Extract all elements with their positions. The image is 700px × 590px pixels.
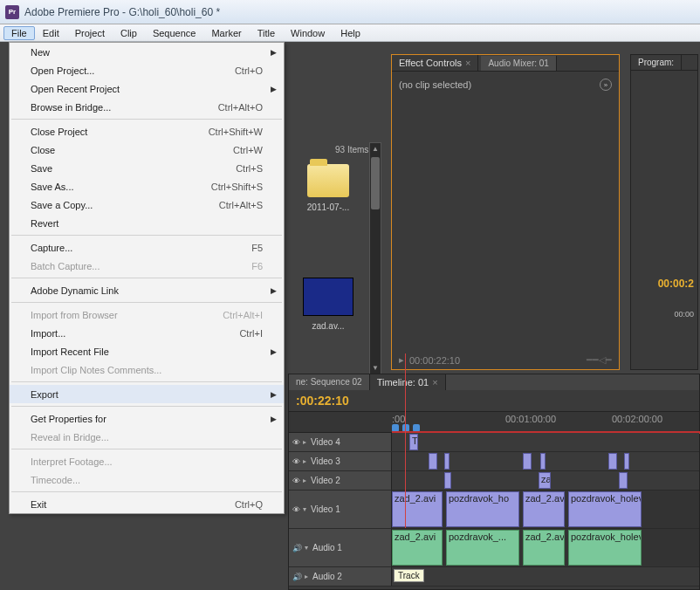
folder-icon bbox=[307, 164, 349, 197]
menu-item-open-project[interactable]: Open Project...Ctrl+O bbox=[10, 61, 284, 79]
tab-audio-mixer[interactable]: Audio Mixer: 01 bbox=[481, 56, 556, 71]
menu-item-close[interactable]: CloseCtrl+W bbox=[10, 141, 284, 159]
timeline-clip[interactable]: zad_2.av bbox=[523, 491, 565, 527]
menu-item-revert[interactable]: Revert bbox=[10, 214, 284, 232]
timeline-clip[interactable]: zad_2.avi bbox=[392, 491, 443, 527]
speaker-icon[interactable]: 🔊 bbox=[292, 573, 302, 581]
menu-item-exit[interactable]: ExitCtrl+Q bbox=[10, 495, 284, 513]
collapse-icon[interactable]: ▸ bbox=[303, 438, 306, 446]
scroll-up-icon[interactable]: ▲ bbox=[372, 145, 379, 153]
timeline-clip[interactable] bbox=[608, 453, 617, 470]
menu-item-open-recent-project[interactable]: Open Recent Project▶ bbox=[10, 79, 284, 98]
timeline-clip[interactable]: pozdravok_holevi.av bbox=[568, 491, 642, 527]
track-body[interactable]: zad_2.avipozdravok_...zad_2.avpozdravok_… bbox=[392, 529, 699, 566]
timeline-timecode[interactable]: :00:22:10 bbox=[289, 390, 699, 412]
timeline-clip[interactable] bbox=[444, 472, 451, 489]
timeline-clip[interactable]: T bbox=[409, 434, 418, 450]
track-header[interactable]: 👁 ▸ Video 4 bbox=[289, 433, 392, 451]
bin-folder-item[interactable]: 2011-07-... bbox=[297, 164, 360, 234]
submenu-arrow-icon: ▶ bbox=[271, 347, 277, 356]
menu-separator bbox=[11, 235, 282, 236]
tab-timeline-01[interactable]: Timeline: 01× bbox=[370, 374, 446, 390]
timeline-clip[interactable]: pozdravok_... bbox=[446, 530, 519, 566]
menu-item-save[interactable]: SaveCtrl+S bbox=[10, 159, 284, 177]
track-header[interactable]: 🔊 ▸ Audio 2 bbox=[289, 567, 392, 586]
track-header[interactable]: 👁 ▸ Video 3 bbox=[289, 452, 392, 470]
menu-item-label: Browse in Bridge... bbox=[31, 102, 218, 113]
menu-edit[interactable]: Edit bbox=[35, 26, 67, 40]
menu-sequence[interactable]: Sequence bbox=[145, 26, 204, 40]
scroll-down-icon[interactable]: ▼ bbox=[372, 364, 379, 372]
timeline-clip[interactable] bbox=[523, 453, 532, 470]
eye-icon[interactable]: 👁 bbox=[292, 438, 300, 447]
menu-item-label: Close bbox=[31, 145, 233, 155]
collapse-icon[interactable]: ▸ bbox=[303, 477, 306, 484]
close-icon[interactable]: × bbox=[432, 377, 437, 388]
scroll-thumb[interactable] bbox=[371, 157, 380, 209]
timeline-clip[interactable] bbox=[624, 453, 629, 470]
tab-program[interactable]: Program: bbox=[631, 55, 682, 70]
track-header[interactable]: 👁 ▾ Video 1 bbox=[289, 491, 392, 528]
menu-item-export[interactable]: Export▶ bbox=[10, 385, 284, 403]
menu-shortcut: Ctrl+Q bbox=[235, 499, 263, 510]
menu-file[interactable]: File bbox=[3, 26, 35, 40]
menu-title[interactable]: Title bbox=[250, 26, 283, 40]
eye-icon[interactable]: 👁 bbox=[292, 457, 300, 466]
timeline-clip[interactable] bbox=[540, 453, 546, 470]
menu-item-new[interactable]: New▶ bbox=[10, 43, 284, 61]
track-body[interactable]: za bbox=[392, 471, 699, 490]
collapse-icon[interactable]: ▾ bbox=[305, 544, 308, 552]
menu-item-import-clip-notes-comments: Import Clip Notes Comments... bbox=[10, 360, 284, 379]
menu-item-save-as[interactable]: Save As...Ctrl+Shift+S bbox=[10, 177, 284, 196]
menu-clip[interactable]: Clip bbox=[113, 26, 145, 40]
timeline-ruler[interactable]: :00 00:01:00:00 00:02:00:00 00:03:00: bbox=[289, 412, 699, 433]
timeline-clip[interactable]: pozdravok_holevi Au bbox=[568, 530, 642, 566]
track-body[interactable]: Track bbox=[392, 567, 699, 586]
eye-icon[interactable]: 👁 bbox=[292, 505, 300, 514]
menu-help[interactable]: Help bbox=[333, 26, 368, 40]
menu-item-adobe-dynamic-link[interactable]: Adobe Dynamic Link▶ bbox=[10, 281, 284, 299]
timeline-clip[interactable]: zad_2.av bbox=[523, 530, 565, 566]
eye-icon[interactable]: 👁 bbox=[292, 477, 300, 485]
menu-item-label: New bbox=[31, 47, 263, 58]
timeline-clip[interactable] bbox=[619, 472, 628, 489]
bin-scrollbar[interactable]: ▲ ▼ bbox=[369, 142, 381, 374]
menu-item-capture[interactable]: Capture...F5 bbox=[10, 238, 284, 257]
track-body[interactable] bbox=[392, 452, 699, 470]
panel-menu-icon[interactable]: » bbox=[600, 79, 612, 91]
menu-item-label: Save As... bbox=[31, 182, 211, 192]
menu-separator bbox=[11, 302, 282, 303]
menu-marker[interactable]: Marker bbox=[203, 26, 249, 40]
track-video-1: 👁 ▾ Video 1 zad_2.avipozdravok_hozad_2.a… bbox=[289, 491, 699, 529]
menu-item-import[interactable]: Import...Ctrl+I bbox=[10, 324, 284, 342]
tab-sequence-02[interactable]: ne: Sequence 02 bbox=[289, 374, 370, 390]
tab-effect-controls[interactable]: Effect Controls× bbox=[392, 55, 478, 71]
close-icon[interactable]: × bbox=[465, 58, 470, 68]
track-body[interactable]: zad_2.avipozdravok_hozad_2.avpozdravok_h… bbox=[392, 491, 699, 528]
menu-window[interactable]: Window bbox=[283, 26, 333, 40]
timeline-clip[interactable]: zad_2.avi bbox=[392, 530, 443, 566]
menu-item-label: Exit bbox=[31, 499, 235, 510]
collapse-icon[interactable]: ▸ bbox=[305, 573, 308, 580]
menu-item-save-a-copy[interactable]: Save a Copy...Ctrl+Alt+S bbox=[10, 196, 284, 214]
timeline-clip[interactable]: pozdravok_ho bbox=[446, 491, 519, 527]
timeline-clip[interactable]: za bbox=[539, 472, 551, 489]
timeline-clip[interactable] bbox=[444, 453, 450, 470]
menu-item-import-recent-file[interactable]: Import Recent File▶ bbox=[10, 342, 284, 360]
zoom-slider[interactable]: ━━◁━ bbox=[587, 354, 612, 366]
menu-project[interactable]: Project bbox=[67, 26, 113, 40]
bin-clip-item[interactable]: zad.av... bbox=[297, 278, 360, 347]
menu-item-get-properties-for[interactable]: Get Properties for▶ bbox=[10, 409, 284, 428]
playhead[interactable] bbox=[405, 353, 406, 528]
collapse-icon[interactable]: ▸ bbox=[303, 457, 306, 465]
menu-item-close-project[interactable]: Close ProjectCtrl+Shift+W bbox=[10, 122, 284, 141]
menu-item-browse-in-bridge[interactable]: Browse in Bridge...Ctrl+Alt+O bbox=[10, 98, 284, 116]
collapse-icon[interactable]: ▾ bbox=[303, 505, 306, 513]
menu-item-label: Open Project... bbox=[31, 65, 235, 76]
track-header[interactable]: 🔊 ▾ Audio 1 bbox=[289, 529, 392, 566]
menu-shortcut: Ctrl+S bbox=[236, 163, 263, 174]
track-body[interactable]: T bbox=[392, 433, 699, 451]
speaker-icon[interactable]: 🔊 bbox=[292, 544, 302, 552]
timeline-clip[interactable] bbox=[429, 453, 437, 470]
track-header[interactable]: 👁 ▸ Video 2 bbox=[289, 471, 392, 490]
